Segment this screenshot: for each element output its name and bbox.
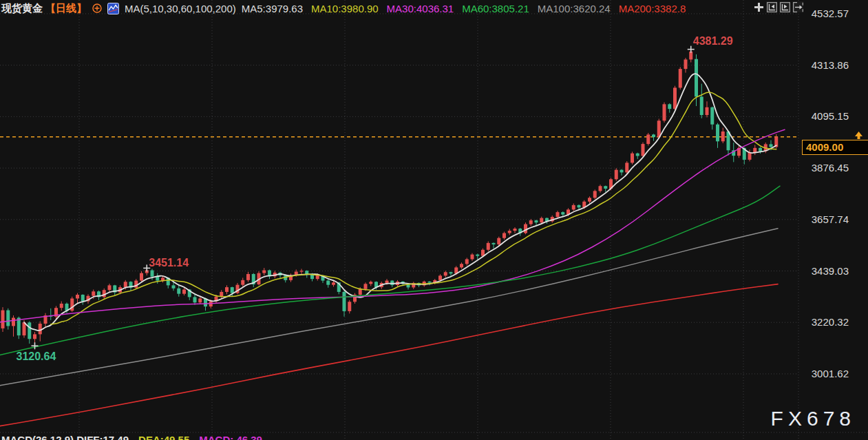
y-axis-label: 3657.74 [787,213,849,226]
chart-canvas[interactable] [0,0,868,440]
move-tool-icon[interactable] [753,1,764,12]
watermark: FX678 [771,407,856,430]
y-axis-label: 3439.03 [787,265,849,277]
timeframe-label[interactable]: 【日线】 [45,2,87,15]
ma-legend-value: MA5:3979.63 [242,3,303,14]
ma-legend-value: MA60:3805.21 [462,3,529,14]
ma-legend: MA5:3979.63MA10:3980.90MA30:4036.31MA60:… [242,3,686,14]
scroll-to-start-icon[interactable] [766,1,777,12]
trading-chart-app: 现货黄金 【日线】 MA(5,10,30,60,100,200) MA5:397… [0,0,868,440]
high-price-annotation: 3451.14 [149,257,189,269]
kline-chart-icon[interactable] [107,3,119,14]
scroll-forward-icon[interactable] [779,1,790,12]
price-up-arrow-icon [854,130,863,143]
scroll-to-end-icon[interactable] [792,1,803,12]
ma-line-ma10 [51,92,776,324]
ma-legend-value: MA30:4036.31 [387,3,454,14]
low-price-annotation: 3120.64 [17,350,56,363]
ma-legend-value: MA10:3980.90 [311,3,379,14]
ma-legend-value: MA200:3382.8 [619,3,686,14]
candlestick-chart [0,0,868,440]
chart-toolbar [753,1,803,12]
high-price-annotation: 4381.29 [693,35,733,48]
ma-line-ma60 [0,186,780,355]
ma-line-ma100 [0,229,778,386]
chart-header: 现货黄金 【日线】 MA(5,10,30,60,100,200) MA5:397… [1,1,686,15]
symbol-name: 现货黄金 [1,2,43,15]
macd-indicator-row: MACD(26,12,9) DIFF:17.49DEA:49.55MACD: 4… [1,434,262,440]
ma-lines [0,74,785,426]
y-axis-label: 3001.62 [787,368,849,380]
ma-legend-value: MA100:3620.24 [538,3,611,14]
macd-value: MACD(26,12,9) DIFF:17.49 [1,434,129,440]
macd-value: DEA:49.55 [138,434,189,440]
ma-line-ma200 [0,284,778,426]
circle-plus-icon[interactable] [92,3,102,13]
y-axis-label: 3876.45 [787,162,849,174]
y-axis-label: 4313.86 [787,59,849,72]
ma-parameters: MA(5,10,30,60,100,200) [125,3,236,14]
grid [0,0,868,440]
candles [1,50,779,346]
y-axis-label: 4095.15 [787,110,849,123]
y-axis-label: 3220.32 [787,316,849,328]
macd-value: MACD: 46.39 [199,434,262,440]
